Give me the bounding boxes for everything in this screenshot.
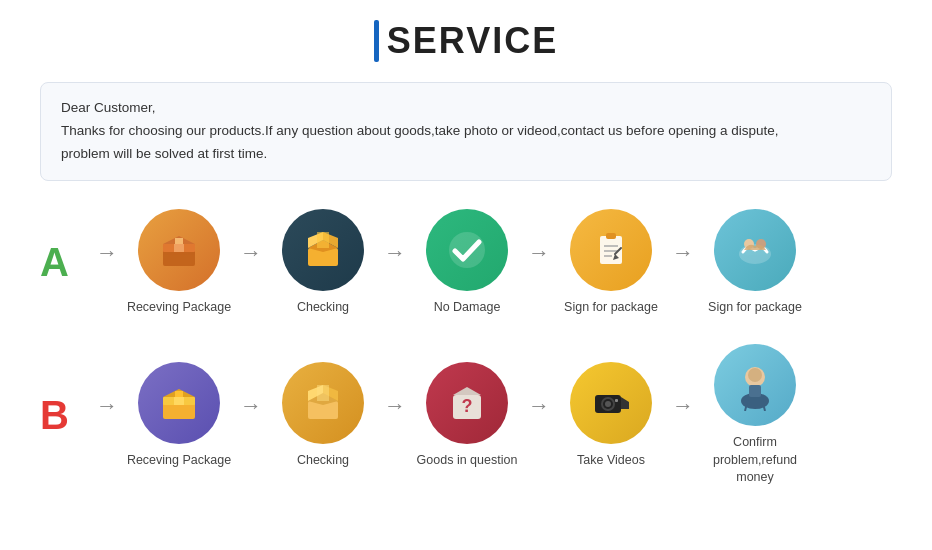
svg-text:?: ? (462, 396, 473, 416)
icon-a2-checking (282, 209, 364, 291)
step-a4: Sign for package (556, 209, 666, 317)
label-a3: No Damage (434, 299, 501, 317)
row-b-label: B (40, 393, 90, 438)
step-a3: No Damage (412, 209, 522, 317)
row-a-label: A (40, 240, 90, 285)
step-a5: Sign for package (700, 209, 810, 317)
title-accent-bar (374, 20, 379, 62)
svg-point-43 (748, 368, 762, 382)
icon-a5-sign-for-package-handshake (714, 209, 796, 291)
svg-marker-39 (621, 397, 629, 409)
icon-b5-confirm-refund (714, 344, 796, 426)
arrow-b0: → (96, 393, 118, 439)
step-b4: Take Videos (556, 362, 666, 470)
step-a1: Receving Package (124, 209, 234, 317)
svg-rect-23 (174, 397, 184, 405)
icon-b2-checking (282, 362, 364, 444)
notice-box: Dear Customer, Thanks for choosing our p… (40, 82, 892, 181)
step-b3: ? Goods in question (412, 362, 522, 470)
arrow-a1: → (240, 240, 262, 286)
label-b2: Checking (297, 452, 349, 470)
step-b1: Receving Package (124, 362, 234, 470)
arrow-a3: → (528, 240, 550, 286)
title-section: SERVICE (40, 20, 892, 62)
svg-marker-32 (453, 387, 481, 395)
svg-point-37 (605, 401, 611, 407)
svg-rect-38 (615, 399, 618, 402)
arrow-b3: → (528, 393, 550, 439)
svg-rect-9 (317, 232, 329, 248)
icon-a1-receiving-package (138, 209, 220, 291)
svg-rect-2 (174, 244, 184, 252)
svg-rect-12 (606, 233, 616, 239)
icon-b1-receiving-package (138, 362, 220, 444)
label-a5: Sign for package (708, 299, 802, 317)
page-title: SERVICE (387, 20, 558, 62)
icon-a3-no-damage (426, 209, 508, 291)
svg-rect-4 (175, 238, 183, 244)
step-b2: Checking (268, 362, 378, 470)
icon-b4-take-videos (570, 362, 652, 444)
notice-line3: problem will be solved at first time. (61, 143, 871, 166)
flow-row-a: A → Receving Package → (40, 209, 892, 317)
svg-rect-30 (317, 385, 329, 401)
flow-row-b: B → Receving Package → (40, 344, 892, 487)
svg-rect-25 (175, 391, 183, 397)
label-b5: Confirm problem,refund money (700, 434, 810, 487)
svg-rect-42 (749, 385, 761, 397)
arrow-b1: → (240, 393, 262, 439)
label-a1: Receving Package (127, 299, 231, 317)
arrow-a0: → (96, 240, 118, 286)
label-b1: Receving Package (127, 452, 231, 470)
step-b5: Confirm problem,refund money (700, 344, 810, 487)
icon-a4-sign-for-package (570, 209, 652, 291)
label-b3: Goods in question (417, 452, 518, 470)
label-a2: Checking (297, 299, 349, 317)
flow-section: A → Receving Package → (40, 209, 892, 487)
icon-b3-goods-in-question: ? (426, 362, 508, 444)
label-b4: Take Videos (577, 452, 645, 470)
notice-line2: Thanks for choosing our products.If any … (61, 120, 871, 143)
arrow-b2: → (384, 393, 406, 439)
arrow-b4: → (672, 393, 694, 439)
label-a4: Sign for package (564, 299, 658, 317)
step-a2: Checking (268, 209, 378, 317)
arrow-a4: → (672, 240, 694, 286)
notice-line1: Dear Customer, (61, 97, 871, 120)
arrow-a2: → (384, 240, 406, 286)
